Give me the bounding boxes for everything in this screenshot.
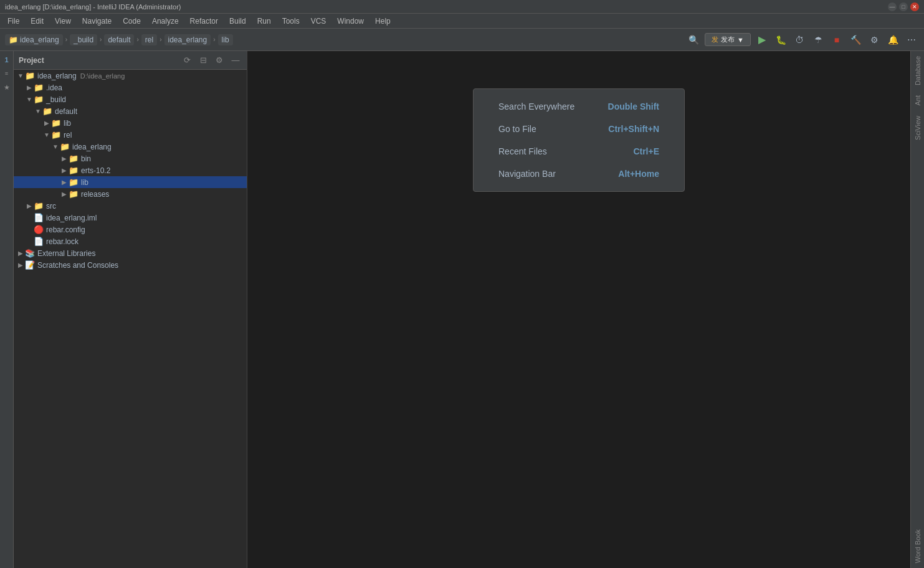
- shortcut-key-file: Ctrl+Shift+N: [608, 124, 659, 134]
- window-title: idea_erlang [D:\idea_erlang] - IntelliJ …: [5, 3, 888, 11]
- tree-item-erts[interactable]: ▶ 📁 erts-10.2: [14, 164, 247, 176]
- arrow-erts: ▶: [60, 167, 69, 174]
- file-tree: ▼ 📁 idea_erlang D:\idea_erlang ▶ 📁 .idea…: [14, 70, 247, 568]
- tree-item-ext-libs[interactable]: ▶ 📚 External Libraries: [14, 247, 247, 259]
- folder-icon-lib-selected: 📁: [69, 178, 79, 187]
- shortcut-row-2: Go to File Ctrl+Shift+N: [498, 124, 659, 134]
- tree-item-scratches[interactable]: ▶ 📝 Scratches and Consoles: [14, 259, 247, 271]
- breadcrumb-rel[interactable]: rel: [141, 34, 157, 45]
- shortcut-row-4: Navigation Bar Alt+Home: [498, 169, 659, 179]
- tree-item-default-lib[interactable]: ▶ 📁 lib: [14, 117, 247, 129]
- shortcut-label-search: Search Everywhere: [498, 102, 574, 111]
- tree-item-root-name: idea_erlang: [37, 72, 77, 80]
- tree-item-idea[interactable]: ▶ 📁 .idea: [14, 82, 247, 93]
- build-button[interactable]: 🔨: [848, 32, 863, 47]
- search-everywhere-btn[interactable]: 🔍: [686, 32, 701, 47]
- arrow-src: ▶: [25, 202, 34, 209]
- folder-icon-bin: 📁: [69, 154, 79, 163]
- menu-file[interactable]: File: [2, 16, 24, 27]
- arrow-build: ▼: [25, 96, 34, 103]
- breadcrumb-project[interactable]: 📁 idea_erlang: [5, 34, 63, 45]
- file-icon-iml: 📄: [34, 213, 44, 222]
- menu-refactor[interactable]: Refactor: [185, 16, 223, 27]
- toolbar-actions: 🔍 发 发布 ▼ ▶ 🐛 ⏱ ☂ ■ 🔨 ⚙ 🔔 ⋯: [686, 32, 919, 47]
- arrow-default: ▼: [34, 108, 42, 115]
- tree-item-rel-name: rel: [64, 131, 72, 140]
- breadcrumb-idea-erlang-label: idea_erlang: [168, 36, 207, 44]
- breadcrumb-default-label: default: [108, 36, 130, 44]
- menu-edit[interactable]: Edit: [26, 16, 49, 27]
- breadcrumb-default[interactable]: default: [104, 34, 134, 45]
- left-rail-structure[interactable]: ≡: [1, 67, 13, 80]
- menu-navigate[interactable]: Navigate: [77, 16, 117, 27]
- minimize-button[interactable]: —: [888, 2, 897, 11]
- menu-vcs[interactable]: VCS: [306, 16, 331, 27]
- tree-item-rebar-config[interactable]: ▶ 🔴 rebar.config: [14, 224, 247, 235]
- breadcrumb-bar: 📁 idea_erlang › _build › default › rel ›…: [5, 34, 683, 45]
- tree-item-root[interactable]: ▼ 📁 idea_erlang D:\idea_erlang: [14, 70, 247, 82]
- shortcut-row-1: Search Everywhere Double Shift: [498, 102, 659, 111]
- menu-build[interactable]: Build: [224, 16, 251, 27]
- folder-icon-releases: 📁: [69, 189, 79, 199]
- panel-collapse-btn[interactable]: ⊟: [197, 54, 209, 67]
- more-toolbar-btn[interactable]: ⋯: [904, 32, 919, 47]
- menu-tools[interactable]: Tools: [277, 16, 305, 27]
- breadcrumb-lib-label: lib: [222, 36, 229, 44]
- right-tool-rail: Database Ant SciView Word Book: [910, 51, 924, 568]
- arrow-ext-libs: ▶: [16, 250, 25, 257]
- tree-item-build[interactable]: ▼ 📁 _build: [14, 93, 247, 105]
- breadcrumb-project-label: idea_erlang: [20, 36, 59, 44]
- publish-button[interactable]: 发 发布 ▼: [705, 33, 751, 46]
- breadcrumb-sep-5: ›: [213, 36, 215, 43]
- breadcrumb-idea-erlang[interactable]: idea_erlang: [164, 34, 211, 45]
- menu-help[interactable]: Help: [370, 16, 396, 27]
- maximize-button[interactable]: □: [899, 2, 908, 11]
- tree-item-rebar-config-name: rebar.config: [46, 225, 85, 234]
- right-rail-database[interactable]: Database: [913, 51, 923, 90]
- tree-item-iml[interactable]: ▶ 📄 idea_erlang.iml: [14, 212, 247, 224]
- close-button[interactable]: ✕: [910, 2, 919, 11]
- arrow-root: ▼: [16, 72, 25, 79]
- menu-view[interactable]: View: [50, 16, 76, 27]
- tree-item-src[interactable]: ▶ 📁 src: [14, 200, 247, 212]
- right-rail-sciview[interactable]: SciView: [913, 111, 923, 145]
- breadcrumb-build[interactable]: _build: [70, 34, 97, 45]
- tree-item-releases[interactable]: ▶ 📁 releases: [14, 188, 247, 200]
- menu-code[interactable]: Code: [118, 16, 146, 27]
- tree-item-lib-selected-name: lib: [81, 178, 88, 187]
- project-panel: Project ⟳ ⊟ ⚙ — ▼ 📁 idea_erlang D:\idea_…: [14, 51, 247, 568]
- panel-sync-btn[interactable]: ⟳: [181, 54, 193, 67]
- tree-item-default[interactable]: ▼ 📁 default: [14, 105, 247, 117]
- stop-button[interactable]: ■: [829, 32, 844, 47]
- arrow-lib-selected: ▶: [60, 179, 69, 186]
- tree-item-lib-selected[interactable]: ▶ 📁 lib: [14, 176, 247, 188]
- profile-button[interactable]: ⏱: [792, 32, 807, 47]
- tree-item-bin[interactable]: ▶ 📁 bin: [14, 153, 247, 164]
- notifications-button[interactable]: 🔔: [885, 32, 900, 47]
- menu-run[interactable]: Run: [252, 16, 276, 27]
- tree-item-rel-idea[interactable]: ▼ 📁 idea_erlang: [14, 141, 247, 153]
- coverage-button[interactable]: ☂: [811, 32, 826, 47]
- breadcrumb-build-label: _build: [74, 36, 93, 44]
- menu-window[interactable]: Window: [332, 16, 369, 27]
- folder-icon-idea: 📁: [34, 83, 44, 92]
- project-folder-icon: 📁: [9, 36, 18, 44]
- right-rail-ant[interactable]: Ant: [913, 90, 923, 111]
- left-rail-favorites[interactable]: ★: [1, 81, 13, 93]
- right-rail-wordbook[interactable]: Word Book: [913, 524, 923, 568]
- toolbar: 📁 idea_erlang › _build › default › rel ›…: [0, 29, 924, 51]
- settings-toolbar-btn[interactable]: ⚙: [867, 32, 882, 47]
- tree-item-rebar-lock[interactable]: ▶ 📄 rebar.lock: [14, 235, 247, 247]
- panel-hide-btn[interactable]: —: [229, 54, 242, 67]
- left-rail-project[interactable]: 1: [1, 54, 13, 66]
- menu-analyze[interactable]: Analyze: [147, 16, 184, 27]
- panel-settings-btn[interactable]: ⚙: [213, 54, 226, 67]
- debug-button[interactable]: 🐛: [773, 32, 788, 47]
- shortcut-label-recent: Recent Files: [498, 146, 547, 156]
- window-controls: — □ ✕: [888, 2, 919, 11]
- arrow-releases: ▶: [60, 191, 69, 197]
- breadcrumb-lib[interactable]: lib: [218, 34, 233, 45]
- run-config-button[interactable]: ▶: [755, 32, 769, 47]
- shortcut-key-nav: Alt+Home: [618, 169, 659, 179]
- tree-item-rel[interactable]: ▼ 📁 rel: [14, 129, 247, 141]
